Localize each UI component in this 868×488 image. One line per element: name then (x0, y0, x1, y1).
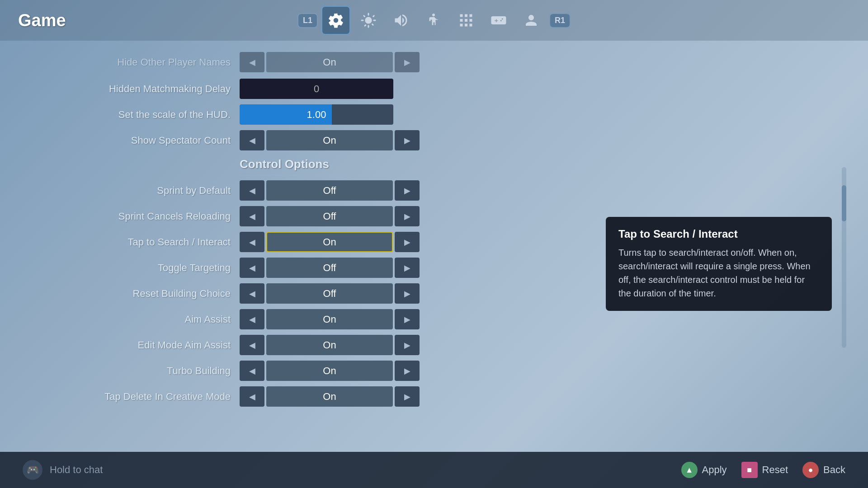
label-control-5: Aim Assist (23, 314, 240, 325)
nav-icon-account[interactable] (517, 6, 546, 35)
nav-icon-controller[interactable] (484, 6, 513, 35)
scroll-thumb (842, 185, 846, 221)
value-8: On (266, 386, 393, 407)
control-4: ◀Off▶ (240, 283, 420, 304)
tooltip-body: Turns tap to search/interact on/off. Whe… (618, 246, 819, 300)
label-control-8: Tap Delete In Creative Mode (23, 391, 240, 403)
right-arrow-0[interactable]: ▶ (395, 180, 420, 201)
hide-player-names-value: On (266, 52, 393, 72)
chat-icon: 🎮 (23, 460, 42, 480)
reset-button[interactable]: ■ Reset (741, 462, 788, 478)
control-hud-scale: 1.00 (240, 104, 393, 125)
top-navigation: Game L1 (0, 0, 868, 41)
back-button[interactable]: ● Back (802, 462, 845, 478)
bottom-actions: ▲ Apply ■ Reset ● Back (681, 462, 845, 478)
setting-row-spectator-count: Show Spectator Count ◀ On ▶ (23, 128, 429, 153)
right-arrow-1[interactable]: ▶ (395, 206, 420, 226)
setting-row-6: Edit Mode Aim Assist◀On▶ (23, 333, 429, 357)
nav-icon-brightness[interactable] (354, 6, 383, 35)
control-spectator-count: ◀ On ▶ (240, 130, 420, 150)
bottom-bar: 🎮 Hold to chat ▲ Apply ■ Reset ● Back (0, 452, 868, 488)
left-arrow-6[interactable]: ◀ (240, 335, 264, 355)
l1-badge[interactable]: L1 (297, 13, 318, 28)
value-1: Off (266, 206, 393, 226)
left-arrow-7[interactable]: ◀ (240, 361, 264, 381)
control-5: ◀On▶ (240, 309, 420, 329)
control-matchmaking-delay: 0 (240, 79, 393, 99)
setting-row-5: Aim Assist◀On▶ (23, 307, 429, 332)
r1-badge[interactable]: R1 (549, 13, 571, 28)
control-rows-container: Sprint by Default◀Off▶Sprint Cancels Rel… (23, 178, 429, 409)
label-control-7: Turbo Building (23, 365, 240, 377)
value-0: Off (266, 180, 393, 201)
control-options-section: Control Options (23, 157, 429, 175)
left-arrow-5[interactable]: ◀ (240, 309, 264, 329)
right-arrow-4[interactable]: ▶ (395, 283, 420, 304)
nav-icon-settings[interactable] (321, 6, 350, 35)
setting-row-1: Sprint Cancels Reloading◀Off▶ (23, 204, 429, 229)
spectator-count-left-arrow[interactable]: ◀ (240, 130, 264, 150)
label-matchmaking-delay: Hidden Matchmaking Delay (23, 83, 240, 95)
control-hide-player-names: ◀ On ▶ (240, 52, 420, 72)
spectator-count-right-arrow[interactable]: ▶ (395, 130, 420, 150)
value-5: On (266, 309, 393, 329)
right-arrow-6[interactable]: ▶ (395, 335, 420, 355)
left-arrow-0[interactable]: ◀ (240, 180, 264, 201)
left-arrow-1[interactable]: ◀ (240, 206, 264, 226)
tooltip-panel: Tap to Search / Interact Turns tap to se… (606, 217, 832, 311)
control-8: ◀On▶ (240, 386, 420, 407)
left-arrow-3[interactable]: ◀ (240, 258, 264, 278)
left-arrow-2[interactable]: ◀ (240, 232, 264, 252)
square-icon: ■ (741, 462, 758, 478)
control-1: ◀Off▶ (240, 206, 420, 226)
reset-label: Reset (762, 464, 788, 476)
right-arrow-5[interactable]: ▶ (395, 309, 420, 329)
right-arrow-8[interactable]: ▶ (395, 386, 420, 407)
right-arrow-2[interactable]: ▶ (395, 232, 420, 252)
hide-player-names-right-arrow[interactable]: ▶ (395, 52, 420, 72)
tooltip-title: Tap to Search / Interact (618, 228, 819, 240)
nav-icon-accessibility[interactable] (419, 6, 448, 35)
left-arrow-4[interactable]: ◀ (240, 283, 264, 304)
settings-list: Hide Other Player Names ◀ On ▶ Hidden Ma… (23, 50, 429, 409)
setting-row-7: Turbo Building◀On▶ (23, 358, 429, 383)
value-7: On (266, 361, 393, 381)
value-4: Off (266, 283, 393, 304)
control-6: ◀On▶ (240, 335, 420, 355)
chat-area: 🎮 Hold to chat (23, 460, 681, 480)
control-options-header: Control Options (240, 157, 420, 175)
label-control-6: Edit Mode Aim Assist (23, 339, 240, 351)
setting-row-hud-scale: Set the scale of the HUD. 1.00 (23, 102, 429, 127)
main-content: Hide Other Player Names ◀ On ▶ Hidden Ma… (0, 41, 868, 452)
nav-icon-group: L1 (297, 6, 571, 35)
back-label: Back (823, 464, 845, 476)
label-control-0: Sprint by Default (23, 185, 240, 197)
label-hud-scale: Set the scale of the HUD. (23, 109, 240, 121)
page-title: Game (18, 11, 66, 30)
left-arrow-8[interactable]: ◀ (240, 386, 264, 407)
scroll-indicator[interactable] (842, 167, 846, 348)
setting-row-0: Sprint by Default◀Off▶ (23, 178, 429, 203)
control-7: ◀On▶ (240, 361, 420, 381)
setting-row-3: Toggle Targeting◀Off▶ (23, 255, 429, 280)
label-spectator-count: Show Spectator Count (23, 135, 240, 146)
value-2: On (266, 232, 393, 252)
circle-icon: ● (802, 462, 819, 478)
chat-label: Hold to chat (50, 464, 103, 476)
triangle-icon: ▲ (681, 462, 698, 478)
nav-icon-network[interactable] (452, 6, 481, 35)
spectator-count-value: On (266, 130, 393, 150)
apply-button[interactable]: ▲ Apply (681, 462, 727, 478)
label-hide-player-names: Hide Other Player Names (23, 56, 240, 68)
right-arrow-7[interactable]: ▶ (395, 361, 420, 381)
setting-row-matchmaking-delay: Hidden Matchmaking Delay 0 (23, 76, 429, 101)
control-3: ◀Off▶ (240, 258, 420, 278)
nav-icon-audio[interactable] (387, 6, 415, 35)
setting-row-2: Tap to Search / Interact◀On▶ (23, 230, 429, 254)
label-control-1: Sprint Cancels Reloading (23, 211, 240, 222)
label-control-2: Tap to Search / Interact (23, 236, 240, 248)
value-3: Off (266, 258, 393, 278)
right-arrow-3[interactable]: ▶ (395, 258, 420, 278)
hud-scale-value: 1.00 (240, 104, 393, 125)
hide-player-names-left-arrow[interactable]: ◀ (240, 52, 264, 72)
